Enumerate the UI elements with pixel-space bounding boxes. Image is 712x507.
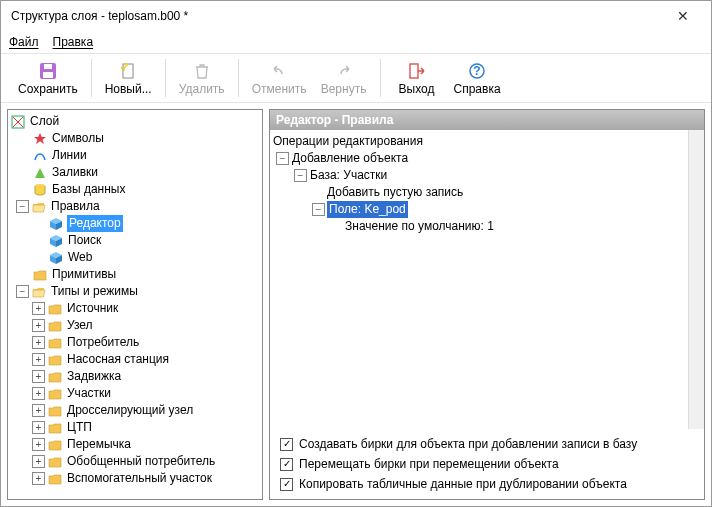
redo-button: Вернуть	[314, 58, 374, 99]
lines-icon	[32, 148, 48, 164]
tree-item-rules[interactable]: −Правила	[10, 198, 260, 215]
tree-type-item[interactable]: +Участки	[10, 385, 260, 402]
tree-item-databases[interactable]: Базы данных	[10, 181, 260, 198]
ops-root[interactable]: Операции редактирования	[272, 133, 686, 150]
redo-icon	[334, 61, 354, 81]
collapse-icon[interactable]: −	[312, 203, 325, 216]
tree-type-item[interactable]: +Обобщенный потребитель	[10, 453, 260, 470]
menu-file[interactable]: Файл	[9, 35, 39, 49]
rules-tree[interactable]: Операции редактирования −Добавление объе…	[270, 130, 688, 429]
expand-icon[interactable]: +	[32, 472, 45, 485]
tree-type-item[interactable]: +Вспомогательный участок	[10, 470, 260, 487]
check-copy-table-data[interactable]: ✓Копировать табличные данные при дублиро…	[280, 477, 694, 491]
ops-add-empty[interactable]: Добавить пустую запись	[272, 184, 686, 201]
folder-icon	[47, 386, 63, 402]
tree-item-rules-search[interactable]: Поиск	[10, 232, 260, 249]
svg-rect-2	[44, 64, 52, 69]
cube-icon	[48, 250, 64, 266]
help-icon: ?	[467, 61, 487, 81]
help-button[interactable]: ? Справка	[447, 58, 508, 99]
new-button[interactable]: Новый...	[98, 58, 159, 99]
svg-marker-10	[35, 168, 45, 178]
trash-icon	[192, 61, 212, 81]
tree-type-item[interactable]: +Перемычка	[10, 436, 260, 453]
cube-icon	[48, 233, 64, 249]
folder-icon	[47, 318, 63, 334]
folder-icon	[47, 352, 63, 368]
expand-icon[interactable]: +	[32, 387, 45, 400]
ops-field[interactable]: −Поле: Ke_pod	[272, 201, 686, 218]
expand-icon[interactable]: +	[32, 370, 45, 383]
expand-icon[interactable]: +	[32, 455, 45, 468]
tree-root-layer[interactable]: Слой	[10, 113, 260, 130]
tree-type-item[interactable]: +Задвижка	[10, 368, 260, 385]
folder-icon	[47, 471, 63, 487]
expand-icon[interactable]: +	[32, 353, 45, 366]
titlebar: Структура слоя - teplosam.b00 * ✕	[1, 1, 711, 31]
vertical-scrollbar[interactable]	[688, 130, 704, 429]
svg-rect-1	[43, 72, 53, 78]
folder-icon	[32, 267, 48, 283]
ops-default-value[interactable]: Значение по умолчанию: 1	[272, 218, 686, 235]
tree-type-item[interactable]: +Насосная станция	[10, 351, 260, 368]
tree-item-rules-editor[interactable]: Редактор	[10, 215, 260, 232]
folder-icon	[47, 335, 63, 351]
check-create-labels[interactable]: ✓Создавать бирки для объекта при добавле…	[280, 437, 694, 451]
expand-icon[interactable]: +	[32, 421, 45, 434]
structure-tree[interactable]: Слой Символы Линии Заливки Базы данных −…	[8, 110, 262, 499]
cube-icon	[48, 216, 64, 232]
layer-icon	[10, 114, 26, 130]
exit-icon	[407, 61, 427, 81]
exit-button[interactable]: Выход	[387, 58, 447, 99]
check-move-labels[interactable]: ✓Перемещать бирки при перемещении объект…	[280, 457, 694, 471]
fills-icon	[32, 165, 48, 181]
close-button[interactable]: ✕	[663, 8, 703, 24]
expand-icon[interactable]: +	[32, 438, 45, 451]
svg-marker-9	[34, 133, 46, 144]
tree-item-primitives[interactable]: Примитивы	[10, 266, 260, 283]
ops-base[interactable]: −База: Участки	[272, 167, 686, 184]
tree-type-item[interactable]: +Дросселирующий узел	[10, 402, 260, 419]
editor-panel: Редактор - Правила Операции редактирован…	[269, 109, 705, 500]
folder-icon	[47, 369, 63, 385]
expand-icon[interactable]: +	[32, 336, 45, 349]
tree-item-lines[interactable]: Линии	[10, 147, 260, 164]
ops-add-object[interactable]: −Добавление объекта	[272, 150, 686, 167]
expand-icon[interactable]: +	[32, 404, 45, 417]
collapse-icon[interactable]: −	[294, 169, 307, 182]
tree-item-rules-web[interactable]: Web	[10, 249, 260, 266]
tree-type-item[interactable]: +ЦТП	[10, 419, 260, 436]
options-checks: ✓Создавать бирки для объекта при добавле…	[270, 429, 704, 499]
tree-type-item[interactable]: +Узел	[10, 317, 260, 334]
undo-icon	[269, 61, 289, 81]
new-icon	[118, 61, 138, 81]
menubar: Файл Правка	[1, 31, 711, 53]
content-area: Слой Символы Линии Заливки Базы данных −…	[1, 103, 711, 506]
folder-icon	[47, 454, 63, 470]
editor-header: Редактор - Правила	[270, 110, 704, 130]
save-icon	[38, 61, 58, 81]
collapse-icon[interactable]: −	[276, 152, 289, 165]
tree-type-item[interactable]: +Потребитель	[10, 334, 260, 351]
window-title: Структура слоя - teplosam.b00 *	[9, 9, 663, 23]
svg-rect-5	[410, 64, 418, 78]
folder-icon	[47, 437, 63, 453]
expand-icon[interactable]: +	[32, 302, 45, 315]
expand-icon[interactable]: +	[32, 319, 45, 332]
folder-icon	[47, 301, 63, 317]
tree-item-symbols[interactable]: Символы	[10, 130, 260, 147]
checkbox-icon: ✓	[280, 458, 293, 471]
folder-icon	[47, 420, 63, 436]
structure-tree-panel: Слой Символы Линии Заливки Базы данных −…	[7, 109, 263, 500]
tree-item-types[interactable]: −Типы и режимы	[10, 283, 260, 300]
menu-edit[interactable]: Правка	[53, 35, 94, 49]
tree-type-item[interactable]: +Источник	[10, 300, 260, 317]
collapse-icon[interactable]: −	[16, 285, 29, 298]
checkbox-icon: ✓	[280, 438, 293, 451]
collapse-icon[interactable]: −	[16, 200, 29, 213]
save-button[interactable]: Сохранить	[11, 58, 85, 99]
tree-item-fills[interactable]: Заливки	[10, 164, 260, 181]
folder-open-icon	[31, 284, 47, 300]
database-icon	[32, 182, 48, 198]
folder-open-icon	[31, 199, 47, 215]
